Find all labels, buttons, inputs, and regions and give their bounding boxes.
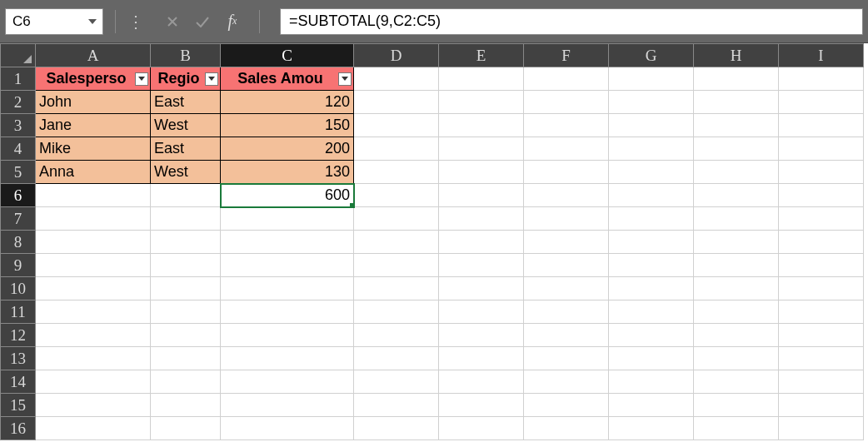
cell-A16[interactable]	[36, 417, 151, 440]
cell-A12[interactable]	[36, 324, 151, 347]
cell-A5[interactable]: Anna	[36, 161, 151, 184]
cell-B14[interactable]	[151, 370, 221, 394]
cell-G15[interactable]	[609, 394, 694, 417]
cell-D4[interactable]	[354, 137, 439, 161]
row-header-12[interactable]: 12	[1, 324, 36, 347]
select-all-corner[interactable]	[1, 44, 36, 67]
cell-E10[interactable]	[439, 277, 524, 300]
cell-E8[interactable]	[439, 231, 524, 254]
cell-A3[interactable]: Jane	[36, 114, 151, 137]
row-header-13[interactable]: 13	[1, 347, 36, 370]
cell-C9[interactable]	[221, 254, 354, 277]
cell-B12[interactable]	[151, 324, 221, 347]
cell-E13[interactable]	[439, 347, 524, 370]
cell-F15[interactable]	[524, 394, 609, 417]
cell-I3[interactable]	[779, 114, 864, 137]
cell-D16[interactable]	[354, 417, 439, 440]
row-header-8[interactable]: 8	[1, 231, 36, 254]
cell-I15[interactable]	[779, 394, 864, 417]
cell-C11[interactable]	[221, 300, 354, 324]
cell-I5[interactable]	[779, 161, 864, 184]
cell-H1[interactable]	[694, 67, 779, 91]
cell-C6[interactable]: 600	[221, 184, 354, 207]
cell-G10[interactable]	[609, 277, 694, 300]
cell-D13[interactable]	[354, 347, 439, 370]
cell-G6[interactable]	[609, 184, 694, 207]
cell-I14[interactable]	[779, 370, 864, 394]
cell-D14[interactable]	[354, 370, 439, 394]
row-header-9[interactable]: 9	[1, 254, 36, 277]
cell-F1[interactable]	[524, 67, 609, 91]
cell-H7[interactable]	[694, 207, 779, 231]
cell-I12[interactable]	[779, 324, 864, 347]
cell-H13[interactable]	[694, 347, 779, 370]
cell-B16[interactable]	[151, 417, 221, 440]
filter-button-icon[interactable]	[135, 72, 148, 86]
cell-E9[interactable]	[439, 254, 524, 277]
row-header-1[interactable]: 1	[1, 67, 36, 91]
cell-G16[interactable]	[609, 417, 694, 440]
spreadsheet-grid[interactable]: ABCDEFGHI1SalespersoRegioSales Amou2John…	[0, 43, 868, 442]
cell-C5[interactable]: 130	[221, 161, 354, 184]
col-header-E[interactable]: E	[439, 44, 524, 67]
cell-B2[interactable]: East	[151, 91, 221, 114]
cell-H9[interactable]	[694, 254, 779, 277]
cell-F11[interactable]	[524, 300, 609, 324]
chevron-down-icon[interactable]	[86, 15, 99, 28]
cell-B3[interactable]: West	[151, 114, 221, 137]
cell-C14[interactable]	[221, 370, 354, 394]
cell-D2[interactable]	[354, 91, 439, 114]
row-header-16[interactable]: 16	[1, 417, 36, 440]
cell-H11[interactable]	[694, 300, 779, 324]
cell-B6[interactable]	[151, 184, 221, 207]
cell-A13[interactable]	[36, 347, 151, 370]
cell-A1[interactable]: Salesperso	[36, 67, 151, 91]
row-header-11[interactable]: 11	[1, 300, 36, 324]
cell-D6[interactable]	[354, 184, 439, 207]
cell-I8[interactable]	[779, 231, 864, 254]
cell-B11[interactable]	[151, 300, 221, 324]
cell-C8[interactable]	[221, 231, 354, 254]
cell-G3[interactable]	[609, 114, 694, 137]
cell-C2[interactable]: 120	[221, 91, 354, 114]
cell-C12[interactable]	[221, 324, 354, 347]
cell-D8[interactable]	[354, 231, 439, 254]
cell-H8[interactable]	[694, 231, 779, 254]
cell-D7[interactable]	[354, 207, 439, 231]
row-header-14[interactable]: 14	[1, 370, 36, 394]
cell-A4[interactable]: Mike	[36, 137, 151, 161]
cell-F5[interactable]	[524, 161, 609, 184]
row-header-5[interactable]: 5	[1, 161, 36, 184]
cell-F10[interactable]	[524, 277, 609, 300]
fx-icon[interactable]: fx	[222, 8, 242, 35]
col-header-I[interactable]: I	[779, 44, 864, 67]
cell-F4[interactable]	[524, 137, 609, 161]
cell-A6[interactable]	[36, 184, 151, 207]
cell-E4[interactable]	[439, 137, 524, 161]
cell-E3[interactable]	[439, 114, 524, 137]
cell-I11[interactable]	[779, 300, 864, 324]
cell-G1[interactable]	[609, 67, 694, 91]
cell-B4[interactable]: East	[151, 137, 221, 161]
filter-button-icon[interactable]	[338, 72, 352, 86]
name-box[interactable]: C6	[5, 8, 103, 35]
cell-C3[interactable]: 150	[221, 114, 354, 137]
cell-H3[interactable]	[694, 114, 779, 137]
cell-G2[interactable]	[609, 91, 694, 114]
cell-E12[interactable]	[439, 324, 524, 347]
cell-B7[interactable]	[151, 207, 221, 231]
cell-G14[interactable]	[609, 370, 694, 394]
cell-F13[interactable]	[524, 347, 609, 370]
row-header-7[interactable]: 7	[1, 207, 36, 231]
col-header-H[interactable]: H	[694, 44, 779, 67]
col-header-B[interactable]: B	[151, 44, 221, 67]
cell-E2[interactable]	[439, 91, 524, 114]
cell-G11[interactable]	[609, 300, 694, 324]
cell-D3[interactable]	[354, 114, 439, 137]
cell-I7[interactable]	[779, 207, 864, 231]
cell-F7[interactable]	[524, 207, 609, 231]
row-header-6[interactable]: 6	[1, 184, 36, 207]
cell-H10[interactable]	[694, 277, 779, 300]
cell-D9[interactable]	[354, 254, 439, 277]
cell-F3[interactable]	[524, 114, 609, 137]
